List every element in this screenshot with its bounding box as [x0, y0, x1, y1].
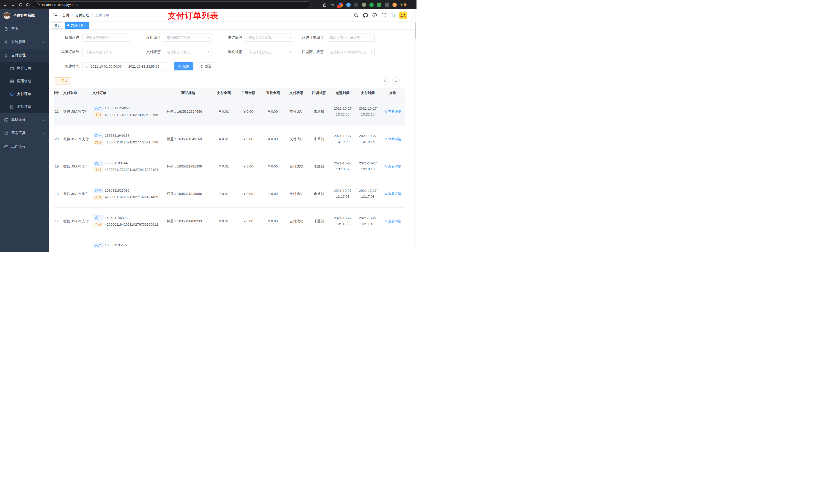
sidebar-item-system[interactable]: 系统管理	[0, 35, 49, 49]
breadcrumb: 首页 / 支付管理 / 支付订单	[62, 13, 110, 18]
browser-update-button[interactable]: 更新	[400, 2, 407, 7]
pay-channel: 微信 JSAPI 支付	[61, 125, 93, 153]
pay-time: 2021-10-2713:17:08	[355, 180, 380, 208]
pay-channel: 微信 JSAPI 支付	[61, 153, 93, 180]
pay-status: 支付成功	[285, 98, 308, 125]
pay-status-select-input[interactable]	[164, 48, 212, 56]
sidebar-item-workflow[interactable]: 工作流程	[0, 140, 49, 153]
refund-status-select-input[interactable]	[245, 48, 293, 56]
extension-icon-green[interactable]	[370, 3, 374, 7]
menu-label: 研发工具	[11, 131, 26, 136]
filter-label: 应用编号	[136, 35, 164, 40]
sidebar-toggle-icon[interactable]	[53, 13, 58, 18]
notify-status: 未通知	[308, 153, 330, 180]
tag-home[interactable]: 首页	[52, 22, 63, 29]
notify-status: 未通知	[308, 125, 330, 153]
pay-amount: ¥ 0.01	[212, 98, 236, 125]
view-detail-link[interactable]: 查看详情	[384, 110, 401, 114]
order-number: 1635312124657	[105, 106, 130, 110]
view-detail-link[interactable]: 查看详情	[384, 219, 401, 223]
sidebar-item-merchant-info[interactable]: 商户信息	[0, 62, 49, 75]
breadcrumb-current: 支付订单	[95, 13, 110, 18]
browser-reload-icon[interactable]	[19, 3, 23, 7]
channel-order-no-input[interactable]	[82, 48, 130, 56]
breadcrumb-home[interactable]: 首页	[62, 13, 69, 18]
create-time-range-picker[interactable]: 2021-10-01 00:00:00 - 2021-10-31 23:59:5…	[82, 62, 168, 70]
pay-tag: 支付	[94, 140, 103, 145]
column-header: 支付状态	[285, 88, 308, 98]
scrollbar-thumb[interactable]	[415, 23, 416, 39]
yen-icon	[4, 53, 8, 57]
date-end: 2021-10-31 23:59:59	[128, 65, 159, 68]
search-button[interactable]: 搜索	[174, 62, 193, 70]
font-size-icon[interactable]: TT	[390, 13, 395, 18]
pay-amount	[212, 235, 236, 252]
menu-label: 支付订单	[17, 92, 31, 96]
extension-icon-chat[interactable]	[377, 3, 381, 7]
create-time: 2021-10-2713:11:08	[330, 208, 355, 235]
github-icon[interactable]	[363, 13, 368, 18]
reset-button[interactable]: 重置	[196, 62, 215, 70]
date-separator: -	[124, 65, 125, 68]
target-icon	[10, 92, 14, 96]
column-header: 支付订单	[93, 88, 165, 98]
bookmark-star-icon[interactable]: ☆	[330, 3, 335, 7]
app-select-input[interactable]	[164, 33, 212, 42]
search-icon[interactable]	[354, 13, 359, 18]
extension-icon-dark[interactable]	[354, 3, 358, 7]
order-number: 1635311823086	[105, 189, 129, 192]
fee-amount	[236, 235, 261, 252]
pay-amount: ¥ 0.01	[212, 180, 236, 208]
extension-icon-colorful[interactable]: 10	[339, 3, 343, 7]
avatar-dropdown-caret-icon[interactable]: ▾	[411, 16, 413, 19]
address-bar[interactable]: localhost:1024/pay/order	[33, 1, 311, 8]
table-row: 21微信 JSAPI 支付商户1635312124657支付4200001174…	[54, 98, 405, 125]
pay-channel: 微信 JSAPI 支付	[61, 98, 93, 125]
close-tag-icon[interactable]: ×	[85, 24, 87, 27]
sidebar-item-infrastructure[interactable]: 基础设施	[0, 113, 49, 126]
info-icon[interactable]	[37, 3, 40, 6]
view-detail-link[interactable]: 查看详情	[384, 192, 401, 196]
merchant-select-input[interactable]	[82, 33, 130, 42]
notify-status-select-input[interactable]	[327, 48, 375, 56]
help-icon[interactable]	[372, 13, 377, 18]
extension-icon-olive[interactable]	[362, 3, 366, 7]
column-header: 回调状态	[308, 88, 330, 98]
refresh-table-icon[interactable]	[392, 77, 400, 85]
page-scrollbar[interactable]	[414, 9, 416, 252]
merchant-tag: 商户	[94, 243, 103, 248]
browser-back-icon[interactable]: ←	[3, 3, 8, 7]
fullscreen-icon[interactable]	[381, 13, 386, 18]
browser-home-icon[interactable]	[26, 3, 30, 7]
filter-notify-status: 回调商户状态 ▾	[299, 48, 375, 56]
tag-pay-order[interactable]: 支付订单 ×	[65, 22, 89, 29]
sidebar-item-refund-order[interactable]: 退款订单	[0, 100, 49, 113]
extension-icon-puzzle[interactable]	[385, 3, 389, 7]
export-button[interactable]: 导出	[54, 77, 71, 85]
chevron-up-icon	[42, 54, 45, 57]
merchant-order-no-input[interactable]	[327, 33, 375, 42]
extension-icon-blue[interactable]	[346, 3, 351, 7]
row-actions: 查看详情	[380, 208, 405, 235]
breadcrumb-payment[interactable]: 支付管理	[75, 13, 89, 18]
refund-amount: ¥ 0.00	[261, 153, 285, 180]
sidebar-item-dev-tools[interactable]: 研发工具	[0, 126, 49, 140]
sidebar-item-home[interactable]: 首页	[0, 22, 49, 35]
refund-amount: ¥ 0.00	[261, 98, 285, 125]
extension-icon-emoji[interactable]	[392, 3, 397, 7]
browser-forward-icon[interactable]: →	[10, 3, 16, 7]
channel-code-input[interactable]	[245, 33, 293, 42]
share-icon[interactable]	[323, 3, 327, 7]
toggle-search-icon[interactable]	[382, 77, 389, 85]
sidebar-item-app-info[interactable]: 应用信息	[0, 75, 49, 88]
refund-amount: ¥ 0.00	[261, 208, 285, 235]
menu-label: 退款订单	[17, 104, 31, 109]
row-actions	[380, 235, 405, 252]
page-content: 所属商户 应用编号 ▾ 渠道编码 ▾ 商户订单编号	[49, 29, 416, 252]
user-avatar[interactable]	[399, 11, 407, 19]
browser-menu-icon[interactable]: ⋮	[410, 2, 414, 7]
sidebar-item-payment[interactable]: 支付管理	[0, 49, 49, 62]
sidebar-item-pay-order[interactable]: 支付订单	[0, 88, 49, 100]
view-detail-link[interactable]: 查看详情	[384, 164, 401, 169]
view-detail-link[interactable]: 查看详情	[384, 137, 401, 141]
